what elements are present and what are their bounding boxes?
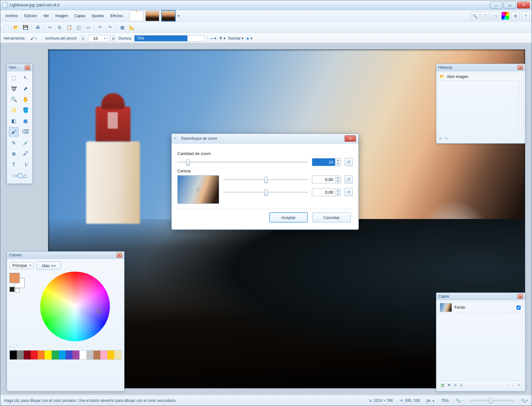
color-swatches[interactable] [10, 273, 25, 289]
center-x-value[interactable] [312, 176, 335, 183]
undo-icon[interactable]: ↶ [97, 24, 104, 31]
blend-alpha-toggle[interactable]: ⚗▾ [219, 36, 225, 41]
recolor-tool[interactable]: 🖍 [21, 149, 30, 158]
shapes-tool[interactable]: ▭◯△ [9, 171, 30, 180]
redo-icon[interactable]: ↷ [106, 24, 113, 31]
palette-add-icon[interactable]: ▪ [10, 345, 11, 349]
hardness-slider[interactable]: 75% [134, 35, 205, 42]
close-icon[interactable]: ✕ [517, 294, 523, 299]
mini-swatch-icon[interactable] [10, 287, 15, 292]
zoom-out-button[interactable]: 🔍− [456, 398, 463, 403]
palette-manage-icon[interactable]: 📄 [13, 345, 18, 349]
print-icon[interactable]: 🖶 [34, 24, 41, 31]
grid-icon[interactable]: ▦ [119, 24, 126, 31]
width-decrease[interactable]: ⊟ [80, 35, 86, 41]
menu-ajustes[interactable]: Ajustes [88, 12, 107, 20]
color-palette[interactable] [10, 350, 122, 360]
close-icon[interactable]: ✕ [117, 253, 122, 258]
clone-stamp-tool[interactable]: ⊕ [9, 149, 19, 158]
layer-visible-checkbox[interactable] [516, 306, 521, 310]
merge-layer-icon[interactable]: ⇊ [460, 383, 463, 387]
antialias-toggle[interactable]: ↝▾ [210, 36, 216, 41]
open-icon[interactable]: 📂 [12, 24, 19, 31]
paintbrush-tool[interactable]: 🖌 [9, 127, 19, 137]
save-icon[interactable]: 💾 [22, 24, 29, 31]
center-y-slider[interactable] [223, 189, 308, 195]
layer-properties-icon[interactable]: ✎ [517, 383, 521, 387]
maximize-button[interactable]: ▭ [504, 2, 516, 9]
paint-bucket-tool[interactable]: 🪣 [21, 106, 30, 114]
zoom-amount-reset[interactable]: ↺ [345, 158, 353, 166]
history-item[interactable]: 📂 Abrir imagen [438, 73, 524, 81]
doc-thumb-2[interactable] [145, 10, 159, 21]
primary-color-swatch[interactable] [10, 273, 20, 283]
mini-swatch-icon-2[interactable] [15, 288, 20, 293]
color-picker-tool[interactable]: 💉 [21, 139, 30, 147]
line-tool[interactable]: ∖∕ [21, 160, 30, 169]
history-panel-toggle[interactable]: 🕘 [481, 12, 489, 20]
colors-more-button[interactable]: Más >> [37, 261, 61, 270]
spin-up-icon[interactable]: ▲ [335, 158, 340, 162]
colors-panel-toggle[interactable] [501, 12, 510, 20]
brush-width-value[interactable] [88, 35, 102, 42]
chevron-down-icon[interactable]: ▾ [433, 399, 434, 403]
layers-panel-toggle[interactable]: ▢ [491, 12, 499, 20]
close-icon[interactable]: ✕ [25, 65, 30, 70]
history-redo-icon[interactable]: ↷ [445, 137, 448, 141]
doc-thumb-3-selected[interactable]: ★ [161, 10, 176, 22]
close-icon[interactable]: ✕ [517, 65, 523, 70]
center-y-reset[interactable]: ↺ [345, 188, 353, 196]
settings-button[interactable]: ⚙ [511, 12, 520, 20]
ruler-icon[interactable]: 📐 [128, 24, 135, 31]
scrollbar[interactable] [518, 81, 524, 134]
zoom-amount-slider[interactable] [177, 159, 308, 165]
new-icon[interactable]: 📄 [3, 24, 10, 31]
color-role-selector[interactable]: Principal [10, 262, 34, 269]
menu-capas[interactable]: Capas [71, 12, 88, 20]
center-x-slider[interactable] [223, 176, 308, 183]
menu-ver[interactable]: Ver [40, 12, 52, 20]
rect-select-tool[interactable]: ⬚ [9, 73, 19, 82]
cancel-button[interactable]: Cancelar [312, 212, 351, 222]
deselect-icon[interactable]: ▭ [85, 24, 92, 31]
ok-button[interactable]: Aceptar [269, 212, 308, 222]
menu-efectos[interactable]: Efectos [107, 12, 126, 20]
center-x-input[interactable]: ▲▼ [312, 176, 341, 184]
magic-wand-tool[interactable]: ✨ [9, 106, 19, 114]
zoom-tool[interactable]: 🔍 [9, 95, 19, 104]
color-wheel[interactable] [40, 272, 110, 341]
zoom-amount-value[interactable] [312, 158, 335, 166]
menu-edicion[interactable]: Edición [21, 12, 40, 20]
crop-icon[interactable]: ◫ [75, 24, 82, 31]
zoom-in-button[interactable]: 🔍+ [521, 398, 528, 403]
lasso-tool[interactable]: ➰ [9, 84, 19, 93]
close-button[interactable]: ✕ [517, 2, 530, 9]
doc-thumb-1[interactable]: ★ [130, 10, 143, 21]
add-layer-icon[interactable]: ▥ [441, 383, 444, 387]
help-button[interactable]: ? [522, 12, 530, 20]
cut-icon[interactable]: ✂ [47, 24, 54, 31]
chevron-down-icon[interactable]: ▾ [102, 35, 107, 42]
menu-imagen[interactable]: Imagen [52, 12, 71, 20]
zoom-slider[interactable] [470, 400, 514, 402]
dialog-close-button[interactable]: ✕ [345, 135, 356, 142]
layer-up-icon[interactable]: ↑ [507, 383, 509, 387]
tool-selector[interactable]: 🖌 ▾ [28, 35, 40, 41]
zoom-amount-input[interactable]: ▲▼ [312, 158, 341, 166]
blend-mode-selector[interactable]: Normal ▾ [228, 36, 244, 41]
spin-down-icon[interactable]: ▼ [335, 162, 340, 165]
history-undo-icon[interactable]: ↶ [439, 137, 442, 141]
brush-width-input[interactable]: ▾ [88, 35, 108, 42]
eraser-tool[interactable]: ⌫ [21, 127, 30, 136]
fill-style-selector[interactable]: ◉▾ [246, 36, 252, 41]
layer-row[interactable]: Fondo [438, 301, 524, 313]
center-y-value[interactable] [312, 189, 335, 196]
doc-dropdown-icon[interactable]: ▾ [178, 14, 180, 18]
delete-layer-icon[interactable]: ✖ [447, 383, 451, 387]
center-y-input[interactable]: ▲▼ [312, 188, 341, 196]
move-selection-tool[interactable]: ⬈ [21, 84, 30, 93]
pan-tool[interactable]: ✋ [21, 95, 30, 104]
move-tool[interactable]: ↖ [21, 73, 30, 82]
color-select-tool[interactable]: ▣ [21, 116, 30, 125]
menu-archivo[interactable]: Archivo [2, 12, 21, 20]
